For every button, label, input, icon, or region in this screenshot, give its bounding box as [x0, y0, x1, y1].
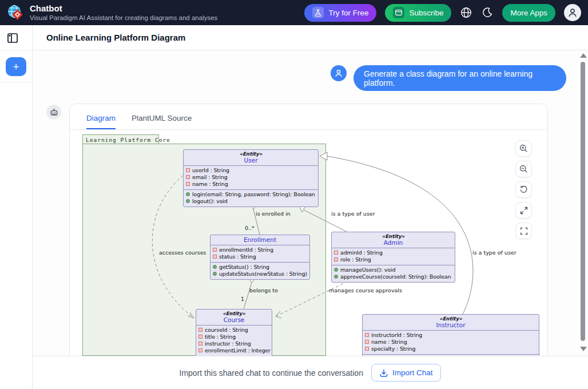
class-instructor[interactable]: «Entity»InstructorinstructorId : Stringn…	[362, 314, 539, 356]
attribute-icon	[198, 335, 202, 339]
class-attribute: enrollmentId : String	[213, 247, 307, 253]
label-belongs-to: belongs to	[249, 287, 278, 293]
attribute-icon	[365, 340, 369, 344]
class-operation: logout(): void	[186, 198, 316, 205]
import-chat-label: Import Chat	[392, 368, 433, 377]
tab-bar: Diagram PlantUML Source	[70, 104, 547, 130]
attribute-icon	[186, 168, 190, 172]
class-attribute: instructorId : String	[365, 332, 537, 339]
class-name: Instructor	[365, 321, 537, 328]
class-name: Course	[198, 316, 269, 323]
user-avatar-icon	[568, 8, 577, 17]
fullscreen-icon[interactable]	[515, 223, 532, 239]
class-admin[interactable]: «Entity»AdminadminId : Stringrole : Stri…	[331, 232, 455, 283]
moon-icon[interactable]	[481, 6, 494, 19]
globe-icon[interactable]	[460, 6, 472, 19]
class-stereotype: «Entity»	[365, 316, 537, 321]
attribute-icon	[186, 182, 190, 186]
label-is-a-type-of-user-left: is a type of user	[331, 211, 375, 217]
account-avatar[interactable]	[564, 4, 581, 21]
class-attribute: email : String	[186, 174, 316, 181]
scrollbar-thumb[interactable]	[581, 62, 585, 341]
import-prompt-text: Import this shared chat to continue the …	[180, 368, 363, 378]
page-title: Online Learning Platform Diagram	[46, 33, 185, 42]
app-title: Chatbot	[30, 3, 62, 13]
label-accesses-courses: accesses courses	[159, 249, 206, 256]
download-icon	[380, 369, 388, 377]
class-operation: manageUsers(): void	[334, 267, 452, 273]
user-avatar-icon	[335, 69, 343, 77]
scroll-down-icon[interactable]	[580, 347, 587, 351]
class-attribute: name : String	[365, 339, 537, 346]
attribute-icon	[198, 328, 202, 332]
panel-toggle-icon[interactable]	[7, 33, 18, 43]
class-attribute: courseId : String	[198, 327, 269, 334]
class-enrollment[interactable]: EnrollmentenrollmentId : Stringstatus : …	[210, 235, 310, 280]
sidebar: +	[0, 25, 33, 389]
more-apps-button[interactable]: More Apps	[502, 4, 555, 22]
label-multiplicity-one: 1	[241, 296, 244, 302]
zoom-in-icon[interactable]	[515, 140, 532, 157]
chat-scroll-area: Generate a class diagram for an online l…	[33, 50, 588, 356]
flask-icon	[312, 7, 324, 18]
reset-icon[interactable]	[515, 181, 532, 198]
operation-icon	[334, 268, 338, 272]
operation-icon	[186, 192, 190, 196]
tab-diagram[interactable]: Diagram	[86, 114, 116, 129]
operation-icon	[213, 265, 217, 269]
app-subtitle: Visual Paradigm AI Assistant for creatin…	[30, 14, 217, 22]
class-name: Enrollment	[213, 236, 307, 243]
tab-plantuml-source[interactable]: PlantUML Source	[132, 114, 192, 129]
label-manages-course-approvals: manages course approvals	[329, 287, 402, 293]
class-name: User	[186, 157, 316, 164]
class-attribute: userId : String	[186, 167, 316, 174]
more-apps-label: More Apps	[510, 9, 547, 17]
zoom-out-icon[interactable]	[515, 161, 532, 177]
title-bar: Online Learning Platform Diagram	[33, 25, 588, 50]
class-operation: getStatus() : String	[213, 264, 307, 271]
visual-paradigm-logo	[7, 4, 24, 21]
scroll-up-icon[interactable]	[580, 53, 587, 58]
user-message-avatar	[331, 65, 347, 81]
robot-icon	[46, 105, 61, 120]
class-stereotype: «Entity»	[186, 151, 316, 157]
class-attribute: status : String	[213, 253, 307, 260]
package-label: Learning Platform Core	[82, 134, 159, 144]
class-user[interactable]: «Entity»UseruserId : Stringemail : Strin…	[183, 149, 319, 207]
attribute-icon	[198, 342, 202, 346]
attribute-icon	[334, 257, 338, 261]
user-message-bubble: Generate a class diagram for an online l…	[353, 65, 566, 91]
class-attribute: instructor : String	[198, 340, 269, 347]
diagram-controls	[515, 140, 532, 239]
class-attribute: adminId : String	[334, 249, 452, 256]
class-attribute: role : String	[334, 256, 452, 263]
class-stereotype: «Entity»	[198, 311, 269, 316]
credit-card-icon	[393, 7, 404, 18]
import-chat-button[interactable]: Import Chat	[371, 364, 442, 382]
import-bar: Import this shared chat to continue the …	[33, 356, 588, 389]
subscribe-button[interactable]: Subscribe	[385, 4, 451, 22]
label-is-a-type-of-user-right: is a type of user	[472, 249, 517, 256]
operation-icon	[186, 199, 190, 203]
operation-icon	[213, 272, 217, 276]
class-attribute: enrollmentLimit : Integer	[198, 347, 269, 354]
try-for-free-button[interactable]: Try for Free	[304, 4, 376, 22]
attribute-icon	[213, 248, 217, 252]
class-attribute: specialty : String	[365, 346, 537, 352]
class-attribute: name : String	[186, 181, 316, 188]
new-chat-button[interactable]: +	[6, 57, 26, 76]
clipped-operations-compartment	[363, 354, 539, 356]
diagram-viewport: Learning Platform Core	[79, 130, 539, 356]
class-stereotype: «Entity»	[334, 233, 452, 239]
class-operation: login(email: String, password: String): …	[186, 191, 316, 198]
operation-icon	[334, 275, 338, 279]
class-course[interactable]: «Entity»CoursecourseId : Stringtitle : S…	[196, 309, 272, 356]
page-scrollbar[interactable]	[579, 50, 587, 356]
attribute-icon	[365, 333, 369, 337]
subscribe-label: Subscribe	[409, 9, 443, 17]
class-attribute: title : String	[198, 334, 269, 340]
expand-icon[interactable]	[515, 202, 532, 219]
label-is-enrolled-in: is enrolled in	[256, 211, 291, 217]
attribute-icon	[334, 251, 338, 255]
attribute-icon	[198, 348, 202, 352]
